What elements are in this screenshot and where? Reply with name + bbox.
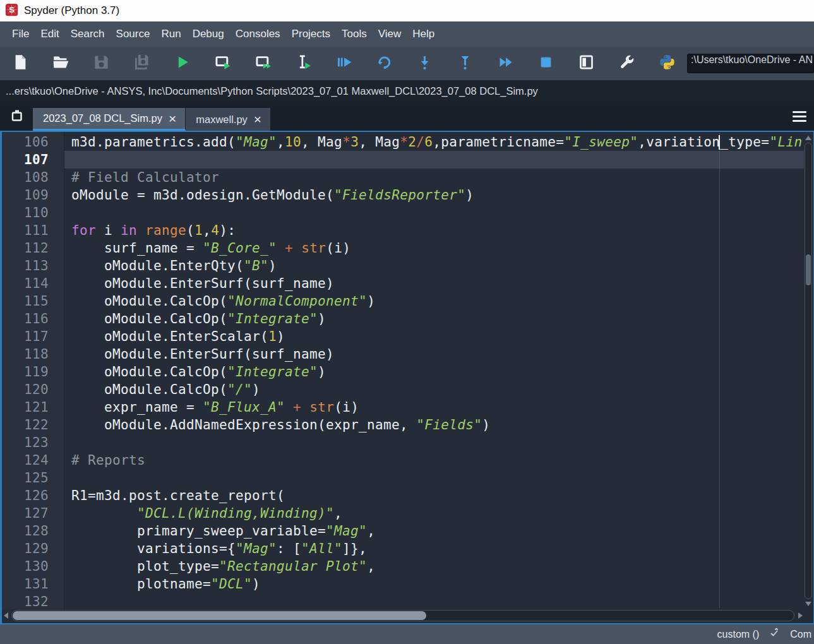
- line-number[interactable]: 128: [2, 523, 64, 539]
- vertical-scroll-track[interactable]: [805, 143, 812, 599]
- step-into-button[interactable]: [404, 47, 445, 80]
- code-line[interactable]: oModule.EnterSurf(surf_name): [64, 275, 804, 292]
- line-number[interactable]: 131: [2, 576, 64, 592]
- menu-item-projects[interactable]: Projects: [286, 28, 336, 40]
- line-number[interactable]: 122: [2, 417, 64, 432]
- code-line[interactable]: oModule = m3d.odesign.GetModule("FieldsR…: [64, 186, 804, 204]
- line-number[interactable]: 120: [2, 382, 64, 397]
- code-line[interactable]: [64, 434, 804, 451]
- menu-item-edit[interactable]: Edit: [35, 28, 64, 40]
- code-line[interactable]: # Reports: [64, 451, 804, 469]
- line-number[interactable]: 125: [2, 470, 64, 486]
- line-number[interactable]: 119: [2, 364, 64, 379]
- line-number[interactable]: 113: [2, 258, 64, 273]
- code-line[interactable]: "DCL.L(Winding,Winding)",: [64, 504, 804, 522]
- new-file-button[interactable]: [0, 47, 40, 80]
- rerun-cell-icon: [335, 54, 352, 73]
- menu-item-tools[interactable]: Tools: [336, 28, 373, 40]
- open-file-button[interactable]: [40, 47, 81, 80]
- code-line[interactable]: oModule.CalcOp("Integrate"): [64, 310, 804, 328]
- menu-item-search[interactable]: Search: [65, 28, 111, 40]
- scroll-left-arrow[interactable]: [4, 612, 8, 619]
- code-line[interactable]: oModule.EnterScalar(1): [64, 328, 804, 345]
- line-number[interactable]: 109: [2, 188, 64, 203]
- code-line[interactable]: primary_sweep_variable="Mag",: [64, 522, 804, 540]
- scroll-down-arrow[interactable]: [805, 602, 811, 606]
- code-line[interactable]: R1=m3d.post.create_report(: [64, 487, 804, 504]
- code-line[interactable]: oModule.EnterSurf(surf_name): [64, 345, 804, 363]
- line-number[interactable]: 112: [2, 241, 64, 256]
- menu-item-run[interactable]: Run: [155, 28, 186, 40]
- code-line[interactable]: variations={"Mag": ["All"]},: [64, 540, 804, 558]
- code-line[interactable]: for i in range(1,4):: [64, 222, 804, 239]
- run-cell-advance-button[interactable]: [242, 47, 283, 80]
- line-number[interactable]: 118: [2, 347, 64, 362]
- line-number[interactable]: 121: [2, 400, 64, 415]
- debug-file-button[interactable]: [364, 47, 404, 80]
- line-number[interactable]: 114: [2, 276, 64, 291]
- code-line[interactable]: [64, 151, 804, 169]
- tab-2023_07_08 DCL_Sim.py[interactable]: 2023_07_08 DCL_Sim.py×: [33, 108, 186, 131]
- line-number[interactable]: 107: [2, 152, 64, 167]
- preferences-button[interactable]: [606, 47, 647, 80]
- line-number[interactable]: 126: [2, 488, 64, 503]
- code-line[interactable]: # Field Calculator: [64, 169, 804, 186]
- editor-line-114: 114 oModule.EnterSurf(surf_name): [2, 275, 804, 292]
- code-line[interactable]: oModule.CalcOp("NormalComponent"): [64, 292, 804, 310]
- menu-item-debug[interactable]: Debug: [187, 28, 230, 40]
- rerun-cell-button[interactable]: [323, 47, 364, 80]
- tab-close-icon[interactable]: ×: [254, 114, 261, 124]
- code-line[interactable]: [64, 469, 804, 487]
- line-number[interactable]: 127: [2, 506, 64, 521]
- horizontal-scroll-thumb[interactable]: [13, 611, 426, 620]
- code-line[interactable]: m3d.parametrics.add("Mag",10, Mag*3, Mag…: [64, 133, 804, 151]
- scroll-up-arrow[interactable]: [805, 136, 811, 140]
- python-interpreter-icon: [659, 54, 676, 73]
- code-line[interactable]: [64, 204, 804, 222]
- code-line[interactable]: plot_type="Rectangular Plot",: [64, 558, 804, 575]
- tab-maxwell.py[interactable]: maxwell.py×: [186, 108, 271, 131]
- continue-execution-button[interactable]: [485, 47, 525, 80]
- browse-tabs-button[interactable]: [6, 109, 28, 126]
- line-number[interactable]: 116: [2, 311, 64, 326]
- working-directory-input[interactable]: :\Users\tkuo\OneDrive - AN: [687, 54, 814, 73]
- run-cell-button[interactable]: [202, 47, 242, 80]
- line-number[interactable]: 117: [2, 329, 64, 344]
- tab-options-icon[interactable]: [793, 111, 806, 122]
- line-number[interactable]: 123: [2, 435, 64, 450]
- python-interpreter-button[interactable]: [647, 47, 687, 80]
- stop-execution-button[interactable]: [525, 47, 566, 80]
- line-number[interactable]: 130: [2, 559, 64, 574]
- menu-item-help[interactable]: Help: [407, 28, 440, 40]
- code-line[interactable]: oModule.AddNamedExpression(expr_name, "F…: [64, 416, 804, 434]
- code-line[interactable]: expr_name = "B_Flux_A" + str(i): [64, 398, 804, 416]
- horizontal-scrollbar[interactable]: [4, 609, 803, 622]
- code-line[interactable]: plotname="DCL"): [64, 575, 804, 593]
- scroll-right-arrow[interactable]: [798, 612, 803, 619]
- vertical-scrollbar[interactable]: [804, 133, 813, 608]
- code-line[interactable]: oModule.CalcOp("/"): [64, 381, 804, 398]
- code-line[interactable]: surf_name = "B_Core_" + str(i): [64, 239, 804, 257]
- code-line[interactable]: [64, 593, 804, 611]
- line-number[interactable]: 132: [2, 594, 64, 609]
- vertical-scroll-thumb[interactable]: [806, 254, 811, 285]
- code-editor[interactable]: 106m3d.parametrics.add("Mag",10, Mag*3, …: [0, 131, 814, 624]
- menu-item-view[interactable]: View: [373, 28, 407, 40]
- line-number[interactable]: 106: [2, 134, 64, 150]
- line-number[interactable]: 124: [2, 453, 64, 468]
- run-selection-button[interactable]: [283, 47, 323, 80]
- line-number[interactable]: 108: [2, 170, 64, 185]
- menu-item-file[interactable]: File: [6, 28, 35, 40]
- line-number[interactable]: 110: [2, 205, 64, 220]
- menu-item-consoles[interactable]: Consoles: [230, 28, 286, 40]
- line-number[interactable]: 111: [2, 223, 64, 238]
- line-number[interactable]: 115: [2, 294, 64, 309]
- code-line[interactable]: oModule.CalcOp("Integrate"): [64, 363, 804, 381]
- line-number[interactable]: 129: [2, 541, 64, 556]
- step-return-button[interactable]: [445, 47, 485, 80]
- tab-close-icon[interactable]: ×: [169, 114, 176, 124]
- maximize-pane-button[interactable]: [566, 47, 606, 80]
- code-line[interactable]: oModule.EnterQty("B"): [64, 257, 804, 275]
- run-file-button[interactable]: [162, 47, 202, 80]
- menu-item-source[interactable]: Source: [111, 28, 156, 40]
